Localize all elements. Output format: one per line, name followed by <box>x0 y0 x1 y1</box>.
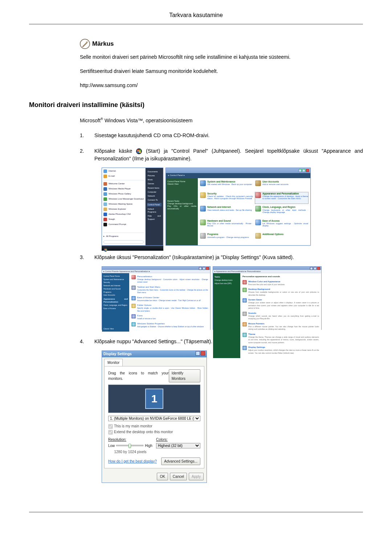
sm-right-item[interactable]: Games <box>147 182 162 185</box>
window-color-link[interactable]: Window Color and AppearanceFine tune the… <box>242 280 319 286</box>
fonts-link[interactable]: FontsInstall or remove a font <box>131 314 208 320</box>
side-item[interactable]: Network and Internet <box>103 284 128 287</box>
cp-side-item[interactable]: Classic View <box>167 183 196 185</box>
taskbar[interactable] <box>102 246 163 251</box>
side-item[interactable]: Classic View <box>103 328 128 330</box>
mouse-link[interactable]: Mouse PointersPick a different mouse poi… <box>242 322 319 331</box>
help-link[interactable]: How do I get the best display? <box>108 459 157 464</box>
cp-side-item[interactable]: Control Panel Home <box>167 180 196 183</box>
cp-side-item[interactable]: Change desktop background <box>167 202 196 205</box>
ease-link[interactable]: Ease of Access CenterAccommodate low vis… <box>131 296 208 302</box>
sm-right-item[interactable]: Music <box>147 178 162 181</box>
min-icon[interactable] <box>196 351 200 356</box>
cp-cat-ease[interactable]: Ease of AccessLet Windows suggest settin… <box>255 219 308 231</box>
color-depth-select[interactable]: Highest (32 bit) <box>156 443 200 448</box>
sm-item[interactable]: SnagIt <box>103 218 144 221</box>
screensaver-link[interactable]: Screen SaverChange your screen saver or … <box>242 298 319 310</box>
sm-right-item[interactable]: Recent Items <box>147 186 162 189</box>
start-orb-icon[interactable] <box>104 246 107 250</box>
sm-item[interactable]: Command Prompt <box>103 223 144 226</box>
sm-item[interactable]: Adobe Photoshop CS2 <box>103 213 144 216</box>
identify-monitors-button[interactable]: Identify Monitors <box>169 369 200 382</box>
sm-right-item[interactable]: Default Programs <box>147 208 162 214</box>
side-item[interactable]: User Accounts <box>103 294 128 296</box>
monitor-preview-area[interactable]: 1 <box>108 385 200 413</box>
window-titlebar[interactable]: Display Settings <box>102 351 207 357</box>
cp-cat-programs[interactable]: ProgramsUninstall a program · Change sta… <box>200 233 253 243</box>
sm-item[interactable]: Windows Live Messenger Download <box>103 197 144 201</box>
main-monitor-checkbox[interactable]: This is my main monitor <box>108 423 200 429</box>
side-item-active[interactable]: Appearance and Personalization <box>103 298 128 303</box>
side-item[interactable]: Clock, Language, and Region <box>103 304 128 307</box>
advanced-settings-button[interactable]: Advanced Settings... <box>161 457 200 465</box>
personalization-window[interactable]: ▸ Appearance and Personalization ▸ Perso… <box>213 266 322 330</box>
side-item[interactable]: Ease of Access <box>103 307 128 310</box>
min-icon[interactable] <box>310 267 313 270</box>
cp-cat-hardware[interactable]: Hardware and SoundPlay CDs or other medi… <box>200 219 253 231</box>
display-settings-dialog[interactable]: Display Settings Monitor Drag the icons … <box>102 350 207 483</box>
side-item[interactable]: Control Panel Home <box>103 275 128 278</box>
max-icon[interactable] <box>314 267 317 270</box>
cp-cat-security[interactable]: SecurityCheck for updates · Check this c… <box>200 192 253 204</box>
side-item[interactable]: Security <box>103 281 128 284</box>
cp-cat-clock[interactable]: Clock, Language, and RegionChange keyboa… <box>255 206 308 217</box>
window-titlebar[interactable] <box>213 267 321 270</box>
sm-item[interactable]: Internet <box>103 169 144 173</box>
cp-cat-system[interactable]: System and MaintenanceGet started with W… <box>200 180 253 190</box>
window-titlebar[interactable] <box>102 267 210 270</box>
extend-desktop-checkbox[interactable]: Extend the desktop onto this monitor <box>108 429 200 435</box>
folder-link[interactable]: Folder OptionsSpecify single- or double-… <box>131 304 208 312</box>
min-icon[interactable] <box>299 169 302 172</box>
close-icon[interactable] <box>201 351 205 356</box>
close-icon[interactable] <box>306 169 309 172</box>
sm-right-item[interactable]: Computer <box>147 190 162 193</box>
close-icon[interactable] <box>206 267 209 270</box>
breadcrumb[interactable]: ▸ Appearance and Personalization ▸ Perso… <box>213 270 321 273</box>
tab-monitor[interactable]: Monitor <box>104 359 123 366</box>
sm-item[interactable]: Welcome Center <box>103 182 144 186</box>
breadcrumb[interactable]: ▸ Control Panel ▸ <box>166 173 310 178</box>
search-box[interactable] <box>103 240 144 244</box>
sm-right-item[interactable]: Documents <box>147 170 162 173</box>
side-item[interactable]: System and Maintenance <box>103 278 128 281</box>
sm-right-item[interactable]: Network <box>147 194 162 197</box>
slider-thumb[interactable] <box>128 444 131 448</box>
max-icon[interactable] <box>203 267 205 270</box>
resolution-slider[interactable]: Low High <box>108 443 152 448</box>
sm-right-item[interactable]: Connect To <box>147 198 162 201</box>
sm-item[interactable]: E-mail <box>103 175 144 178</box>
cp-side-item[interactable]: Play CDs or other media automatically <box>167 205 196 210</box>
sm-item[interactable]: Windows Explorer <box>103 208 144 211</box>
window-titlebar[interactable] <box>166 168 310 173</box>
cp-cat-appearance[interactable]: Appearance and PersonalizationChange the… <box>255 192 308 204</box>
apply-button[interactable]: Apply <box>189 473 204 480</box>
desktop-bg-link[interactable]: Desktop BackgroundChoose from available … <box>242 288 319 296</box>
side-item[interactable]: Programs <box>103 291 128 294</box>
max-icon[interactable] <box>302 169 305 172</box>
control-panel-window[interactable]: ▸ Control Panel ▸ Control Panel Home Cla… <box>166 168 311 246</box>
monitor-1-icon[interactable]: 1 <box>145 389 163 409</box>
min-icon[interactable] <box>199 267 202 270</box>
sm-item[interactable]: Windows Media Player <box>103 187 144 191</box>
sidebar-link[interactable]: Windows Sidebar PropertiesAdd gadgets to… <box>131 322 208 328</box>
side-item[interactable]: Hardware and Sound <box>103 288 128 290</box>
close-icon[interactable] <box>317 267 320 270</box>
cp-cat-additional[interactable]: Additional Options <box>255 233 308 243</box>
side-item[interactable]: Adjust font size (DPI) <box>215 282 239 285</box>
ok-button[interactable]: OK <box>157 473 168 480</box>
sm-right-item[interactable]: Help and Support <box>147 214 162 221</box>
sm-right-item[interactable]: Pictures <box>147 174 162 177</box>
cancel-button[interactable]: Cancel <box>170 473 187 480</box>
cp-cat-network[interactable]: Network and InternetView network status … <box>200 206 253 217</box>
all-programs[interactable]: ▸All Programs <box>103 235 144 238</box>
sm-item[interactable]: Windows Meeting Space <box>103 202 144 206</box>
side-item[interactable]: Change desktop icons <box>215 279 239 282</box>
appearance-window[interactable]: ▸ Control Panel ▸ Appearance and Persona… <box>102 266 211 330</box>
sm-right-control-panel[interactable]: Control Panel <box>147 203 162 206</box>
sm-item[interactable]: Windows Photo Gallery <box>103 192 144 196</box>
cp-cat-users[interactable]: User AccountsAdd or remove user accounts <box>255 180 308 190</box>
personalization-link[interactable]: PersonalizationChange desktop background… <box>131 275 208 284</box>
sounds-link[interactable]: SoundsChange which sounds are heard when… <box>242 312 319 320</box>
vista-start-menu[interactable]: Internet E-mail Welcome Center Windows M… <box>102 168 163 246</box>
taskbar-link[interactable]: Taskbar and Start MenuCustomize the Star… <box>131 286 208 294</box>
